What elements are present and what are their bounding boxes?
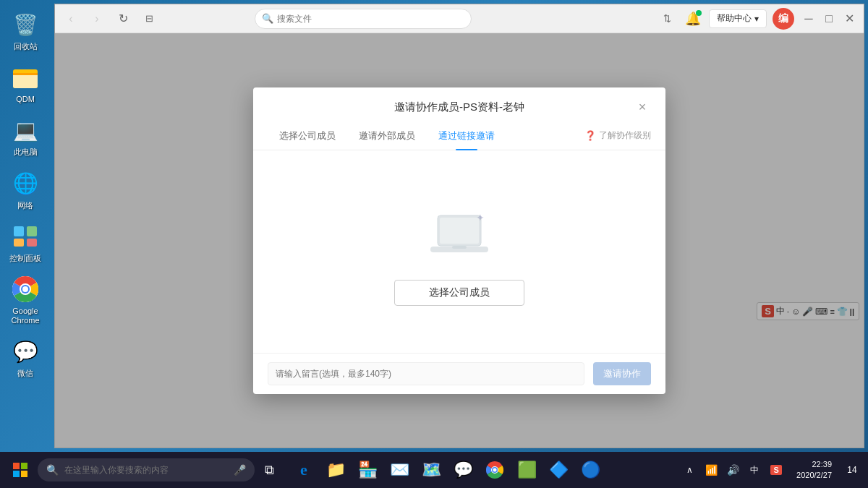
sync-button[interactable]: ⇅ — [657, 9, 677, 29]
file-manager-content: 邀请协作成员-PS资料-老钟 × 选择公司成员 邀请外部成员 通过链接邀请 — [55, 33, 864, 448]
send-invite-button[interactable]: 邀请协作 — [593, 362, 651, 385]
search-wrapper: 🔍 — [255, 9, 472, 29]
dialog-close-button[interactable]: × — [634, 99, 651, 116]
svg-rect-2 — [14, 226, 24, 236]
system-tray-icons: ∧ 📶 🔊 中 S — [679, 460, 786, 480]
taskbar-search-bar[interactable]: 🔍 🎤 — [38, 458, 255, 481]
svg-rect-4 — [14, 239, 24, 247]
forward-button[interactable]: › — [87, 9, 107, 29]
taskbar-cyan-app-icon[interactable]: 🔷 — [544, 455, 573, 484]
back-button[interactable]: ‹ — [61, 9, 81, 29]
empty-illustration: ✦ — [430, 212, 488, 262]
desktop: 🗑️ 回收站 QDM 💻 此电脑 🌐 网络 — [0, 0, 868, 452]
dialog-body: ✦ 选择公司成员 — [253, 150, 665, 353]
close-window-button[interactable]: ✕ — [841, 10, 858, 27]
svg-rect-1 — [13, 73, 38, 88]
taskbar-map-icon[interactable]: 🗺️ — [417, 455, 446, 484]
svg-rect-3 — [27, 226, 37, 236]
message-input[interactable] — [268, 362, 584, 385]
search-icon: 🔍 — [262, 13, 273, 24]
invite-dialog: 邀请协作成员-PS资料-老钟 × 选择公司成员 邀请外部成员 通过链接邀请 — [253, 87, 665, 394]
help-label: 帮助中心 — [717, 12, 752, 25]
network-label: 网络 — [17, 201, 33, 210]
empty-state-icon: ✦ — [430, 212, 488, 262]
select-company-member-button[interactable]: 选择公司成员 — [394, 280, 524, 306]
dialog-title: 邀请协作成员-PS资料-老钟 — [285, 100, 634, 114]
tab-external-member[interactable]: 邀请外部成员 — [347, 122, 427, 150]
clock-date: 2020/2/27 — [796, 470, 832, 481]
taskbar-system-tray: ∧ 📶 🔊 中 S 22:39 2020/2/27 14 — [679, 459, 862, 481]
taskbar: 🔍 🎤 ⧉ e 📁 🏪 ✉️ 🗺️ 💬 🟩 🔷 🔵 — [0, 452, 868, 488]
notification-button[interactable]: 🔔 — [683, 9, 703, 29]
minimize-view-button[interactable]: ⊟ — [139, 9, 159, 29]
desktop-icon-chrome[interactable]: Google Chrome — [2, 272, 48, 328]
file-manager-titlebar: ‹ › ↻ ⊟ 🔍 ⇅ 🔔 帮助中心 ▾ 编 — [55, 4, 864, 33]
taskbar-edge-icon[interactable]: e — [289, 455, 318, 484]
chrome-icon — [11, 275, 40, 304]
control-panel-label: 控制面板 — [9, 254, 41, 263]
help-button[interactable]: 帮助中心 ▾ — [709, 9, 767, 28]
network-icon: 🌐 — [11, 169, 40, 198]
taskbar-green-app-icon[interactable]: 🟩 — [512, 455, 541, 484]
taskbar-app-icons: e 📁 🏪 ✉️ 🗺️ 💬 🟩 🔷 🔵 — [289, 455, 605, 484]
tray-lang-icon[interactable]: 中 — [744, 460, 765, 480]
qdm-icon — [11, 63, 40, 92]
search-input[interactable] — [255, 9, 472, 29]
refresh-button[interactable]: ↻ — [113, 9, 133, 29]
tray-network-icon[interactable]: 📶 — [701, 460, 721, 480]
tab-link-invite[interactable]: 通过链接邀请 — [427, 122, 506, 150]
mypc-icon: 💻 — [11, 116, 40, 145]
chrome-label: Google Chrome — [5, 307, 46, 325]
tab-company-member[interactable]: 选择公司成员 — [268, 122, 347, 150]
desktop-icon-qdm[interactable]: QDM — [2, 60, 48, 107]
start-button[interactable] — [6, 455, 35, 484]
taskbar-wechat-icon[interactable]: 💬 — [448, 455, 477, 484]
minimize-button[interactable]: ─ — [800, 10, 817, 27]
task-view-button[interactable]: ⧉ — [255, 455, 284, 484]
maximize-button[interactable]: □ — [820, 10, 838, 27]
taskbar-store-icon[interactable]: 🏪 — [353, 455, 382, 484]
taskbar-search-icon: 🔍 — [46, 464, 59, 476]
taskbar-mail-icon[interactable]: ✉️ — [385, 455, 414, 484]
desktop-icon-mypc[interactable]: 💻 此电脑 — [2, 113, 48, 160]
tray-notification-icon[interactable]: 14 — [842, 460, 862, 480]
desktop-icon-recycle[interactable]: 🗑️ 回收站 — [2, 7, 48, 54]
desktop-icon-control[interactable]: 控制面板 — [2, 219, 48, 266]
tab-help-link[interactable]: ❓ 了解协作级别 — [584, 129, 651, 142]
qdm-label: QDM — [16, 95, 35, 104]
system-clock[interactable]: 22:39 2020/2/27 — [791, 459, 838, 481]
help-arrow-icon: ▾ — [754, 14, 759, 24]
taskbar-chrome-icon[interactable] — [480, 455, 509, 484]
desktop-icon-list: 🗑️ 回收站 QDM 💻 此电脑 🌐 网络 — [0, 0, 51, 452]
taskbar-folder-icon[interactable]: 📁 — [321, 455, 350, 484]
control-panel-icon — [11, 222, 40, 251]
svg-rect-5 — [27, 239, 37, 247]
tray-volume-icon[interactable]: 🔊 — [723, 460, 743, 480]
clock-time: 22:39 — [796, 459, 832, 470]
user-avatar[interactable]: 编 — [773, 8, 794, 30]
window-controls: ─ □ ✕ — [800, 10, 858, 27]
taskbar-mic-icon: 🎤 — [234, 464, 246, 476]
svg-point-12 — [22, 286, 28, 292]
file-manager-window: ‹ › ↻ ⊟ 🔍 ⇅ 🔔 帮助中心 ▾ 编 — [54, 4, 864, 448]
tray-arrow-icon[interactable]: ∧ — [679, 460, 699, 480]
svg-rect-17 — [13, 463, 20, 469]
svg-rect-20 — [21, 471, 27, 477]
desktop-icon-network[interactable]: 🌐 网络 — [2, 166, 48, 213]
svg-rect-14 — [440, 218, 479, 244]
dialog-footer: 邀请协作 — [253, 353, 665, 394]
dialog-header: 邀请协作成员-PS资料-老钟 × — [253, 87, 665, 116]
titlebar-right: ⇅ 🔔 帮助中心 ▾ 编 ─ □ ✕ — [657, 8, 858, 30]
tray-sogou-icon[interactable]: S — [766, 460, 786, 480]
taskbar-blue2-app-icon[interactable]: 🔵 — [576, 455, 605, 484]
wechat-icon: 💬 — [11, 337, 40, 366]
svg-rect-18 — [21, 463, 27, 469]
taskbar-search-input[interactable] — [64, 465, 228, 475]
recycle-bin-label: 回收站 — [14, 42, 38, 51]
svg-point-23 — [493, 468, 497, 472]
desktop-icon-wechat[interactable]: 💬 微信 — [2, 334, 48, 381]
recycle-bin-icon: 🗑️ — [11, 10, 40, 39]
dialog-tabs: 选择公司成员 邀请外部成员 通过链接邀请 ❓ 了解协作级别 — [253, 122, 665, 150]
svg-rect-19 — [13, 471, 20, 477]
dialog-overlay: 邀请协作成员-PS资料-老钟 × 选择公司成员 邀请外部成员 通过链接邀请 — [55, 33, 864, 448]
